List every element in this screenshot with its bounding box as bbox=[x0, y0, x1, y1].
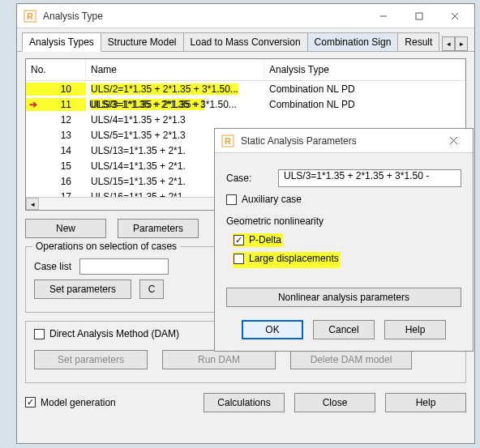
p-delta-checkbox[interactable]: P-Delta bbox=[234, 234, 281, 245]
tab-analysis-types[interactable]: Analysis Types bbox=[22, 32, 101, 52]
dialog-help-button[interactable]: Help bbox=[384, 320, 446, 339]
static-analysis-parameters-dialog: R Static Analysis Parameters Case: ULS/3… bbox=[214, 128, 474, 352]
cancel-button[interactable]: Cancel bbox=[313, 320, 375, 339]
col-header-name[interactable]: Name bbox=[86, 59, 264, 80]
table-row[interactable]: 12ULS/4=1*1.35 + 2*1.3 bbox=[26, 112, 465, 127]
table-row[interactable]: 10 ULS/2=1*1.35 + 2*1.35 + 3*1.50... Com… bbox=[26, 81, 465, 96]
operations-group-label: Operations on selection of cases bbox=[32, 241, 180, 252]
col-header-analysis-type[interactable]: Analysis Type bbox=[264, 59, 465, 80]
window-maximize-button[interactable] bbox=[401, 4, 437, 28]
case-label: Case: bbox=[226, 173, 270, 184]
ok-button[interactable]: OK bbox=[242, 320, 303, 339]
parameters-button[interactable]: Parameters bbox=[118, 219, 199, 238]
scroll-left-icon[interactable]: ◂ bbox=[26, 198, 39, 210]
dam-set-parameters-button[interactable]: Set parameters bbox=[34, 350, 148, 369]
dam-checkbox[interactable]: Direct Analysis Method (DAM) bbox=[34, 328, 179, 339]
tab-combination-sign[interactable]: Combination Sign bbox=[307, 32, 399, 51]
tab-scroll-right-button[interactable]: ▸ bbox=[455, 36, 468, 51]
model-generation-checkbox[interactable]: Model generation bbox=[25, 397, 116, 408]
calculations-button[interactable]: Calculations bbox=[204, 393, 285, 412]
tab-scroll-left-button[interactable]: ◂ bbox=[442, 36, 455, 51]
dialog-title: Static Analysis Parameters bbox=[241, 135, 435, 147]
c-button[interactable]: C bbox=[139, 279, 164, 299]
tab-strip: Analysis Types Structure Model Load to M… bbox=[17, 28, 474, 52]
app-logo-icon: R bbox=[220, 133, 236, 149]
svg-text:R: R bbox=[27, 11, 33, 21]
geometric-nonlinearity-label: Geometric nonlinearity bbox=[226, 215, 461, 227]
run-dam-button[interactable]: Run DAM bbox=[162, 350, 276, 369]
tab-load-to-mass[interactable]: Load to Mass Conversion bbox=[183, 32, 308, 51]
svg-text:R: R bbox=[225, 136, 231, 146]
dialog-close-button[interactable] bbox=[435, 129, 471, 153]
tab-result[interactable]: Result bbox=[397, 32, 439, 51]
auxiliary-case-checkbox[interactable]: Auxiliary case bbox=[226, 194, 302, 205]
col-header-no[interactable]: No. bbox=[26, 59, 86, 80]
window-close-button[interactable] bbox=[437, 4, 473, 28]
tab-structure-model[interactable]: Structure Model bbox=[101, 32, 184, 51]
case-value-input[interactable]: ULS/3=1*1.35 + 2*1.35 + 3*1.50 - bbox=[278, 169, 461, 187]
current-row-arrow-icon: ➔ bbox=[29, 99, 37, 110]
case-list-label: Case list bbox=[34, 261, 71, 272]
nonlinear-analysis-parameters-button[interactable]: Nonlinear analysis parameters bbox=[226, 288, 461, 307]
window-minimize-button[interactable] bbox=[366, 4, 401, 28]
titlebar-main: R Analysis Type bbox=[17, 4, 474, 28]
app-logo-icon: R bbox=[22, 8, 38, 24]
set-parameters-button[interactable]: Set parameters bbox=[34, 279, 131, 299]
help-button[interactable]: Help bbox=[385, 393, 466, 412]
close-button[interactable]: Close bbox=[294, 393, 375, 412]
large-displacements-checkbox[interactable]: Large displacements bbox=[234, 253, 339, 264]
new-button[interactable]: New bbox=[25, 219, 106, 238]
window-title: Analysis Type bbox=[43, 11, 366, 22]
delete-dam-button[interactable]: Delete DAM model bbox=[290, 350, 412, 369]
table-row[interactable]: ➔ 11 ULS/3=1*1.35 + 2*1.35 + 3*1.50...UL… bbox=[26, 96, 465, 112]
case-list-input[interactable] bbox=[79, 258, 169, 275]
svg-rect-3 bbox=[416, 13, 422, 19]
